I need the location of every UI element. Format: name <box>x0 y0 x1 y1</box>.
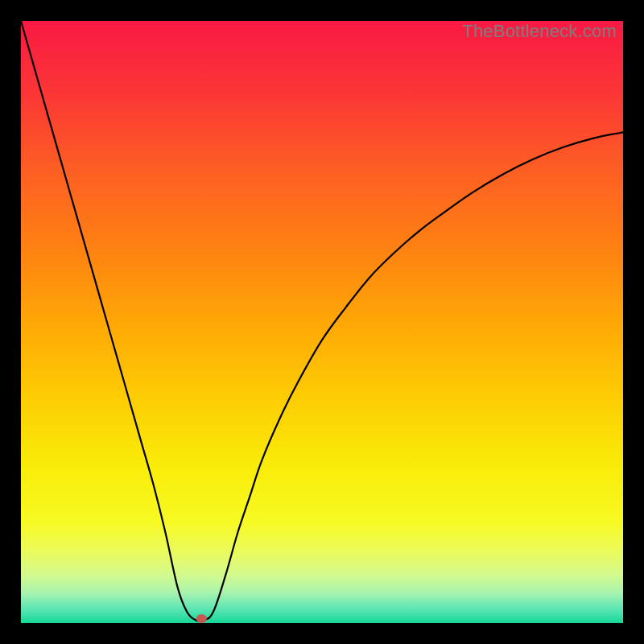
chart-frame: TheBottleneck.com <box>0 0 644 644</box>
plot-area: TheBottleneck.com <box>21 21 623 623</box>
optimal-point-marker <box>196 614 207 623</box>
chart-canvas <box>21 21 623 623</box>
watermark-text: TheBottleneck.com <box>462 21 617 42</box>
gradient-background <box>21 21 623 623</box>
